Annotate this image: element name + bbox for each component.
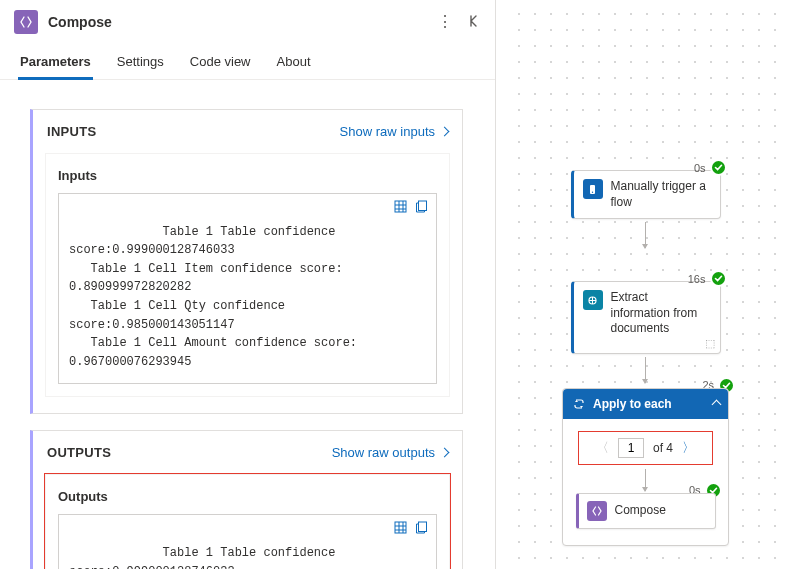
apply-to-each-scope[interactable]: 2s Apply to each 〈 of 4 〉	[562, 388, 729, 546]
scope-header[interactable]: Apply to each	[563, 389, 728, 419]
outputs-label: Outputs	[58, 489, 437, 504]
outputs-code: Table 1 Table confidence score:0.9990001…	[58, 514, 437, 569]
grid-icon[interactable]	[394, 200, 407, 213]
more-icon[interactable]: ⋮	[437, 14, 453, 30]
copy-icon[interactable]	[415, 200, 428, 213]
svg-rect-2	[395, 522, 406, 533]
inputs-code: Table 1 Table confidence score:0.9990001…	[58, 193, 437, 384]
inputs-title: INPUTS	[47, 124, 96, 139]
inputs-body: Inputs Table 1 Table confidence score:0.…	[45, 153, 450, 397]
show-raw-inputs-link[interactable]: Show raw inputs	[340, 124, 448, 139]
status-badge: 16s	[688, 270, 727, 287]
svg-rect-1	[419, 201, 427, 211]
collapse-icon[interactable]	[467, 14, 481, 30]
show-raw-outputs-link[interactable]: Show raw outputs	[332, 445, 448, 460]
grid-icon[interactable]	[394, 521, 407, 534]
copy-icon[interactable]	[415, 521, 428, 534]
inputs-section: INPUTS Show raw inputs Inputs Table 1 Ta…	[30, 109, 463, 414]
success-icon	[710, 159, 727, 176]
compose-icon	[587, 501, 607, 521]
panel-header: Compose ⋮	[0, 0, 495, 38]
connector	[645, 357, 646, 383]
extract-node[interactable]: 16s Extract information from documents ⬚	[571, 281, 721, 354]
tab-parameters[interactable]: Parameters	[18, 50, 93, 79]
trigger-icon	[583, 179, 603, 199]
svg-rect-3	[419, 522, 427, 532]
panel-title: Compose	[48, 14, 427, 30]
outputs-section: OUTPUTS Show raw outputs Outputs Table 1…	[30, 430, 463, 569]
details-panel: Compose ⋮ Parameters Settings Code view …	[0, 0, 495, 569]
connector	[645, 222, 646, 248]
chevron-right-icon	[440, 448, 450, 458]
trigger-node[interactable]: 0s Manually trigger a flow	[571, 170, 721, 219]
svg-rect-0	[395, 201, 406, 212]
compose-icon	[14, 10, 38, 34]
chevron-right-icon	[440, 127, 450, 137]
tab-about[interactable]: About	[275, 50, 313, 79]
flow-canvas[interactable]: 0s Manually trigger a flow 16s Extract i…	[505, 0, 786, 569]
inputs-label: Inputs	[58, 168, 437, 183]
outputs-body: Outputs Table 1 Table confidence score:0…	[45, 474, 450, 569]
svg-point-5	[592, 191, 593, 192]
compose-node[interactable]: Compose	[576, 493, 716, 529]
tab-bar: Parameters Settings Code view About	[0, 38, 495, 80]
link-icon: ⬚	[705, 337, 715, 350]
panel-scroll[interactable]: INPUTS Show raw inputs Inputs Table 1 Ta…	[0, 93, 481, 569]
tab-code-view[interactable]: Code view	[188, 50, 253, 79]
tab-settings[interactable]: Settings	[115, 50, 166, 79]
panel-divider[interactable]	[495, 0, 505, 569]
success-icon	[710, 270, 727, 287]
iteration-pager: 〈 of 4 〉	[578, 431, 713, 465]
ai-icon	[583, 290, 603, 310]
next-page-button[interactable]: 〉	[682, 439, 695, 457]
status-badge: 0s	[694, 159, 727, 176]
page-input[interactable]	[618, 438, 644, 458]
connector	[645, 469, 646, 491]
outputs-title: OUTPUTS	[47, 445, 111, 460]
chevron-up-icon[interactable]	[713, 397, 720, 411]
prev-page-button[interactable]: 〈	[596, 439, 609, 457]
loop-icon	[573, 398, 585, 410]
